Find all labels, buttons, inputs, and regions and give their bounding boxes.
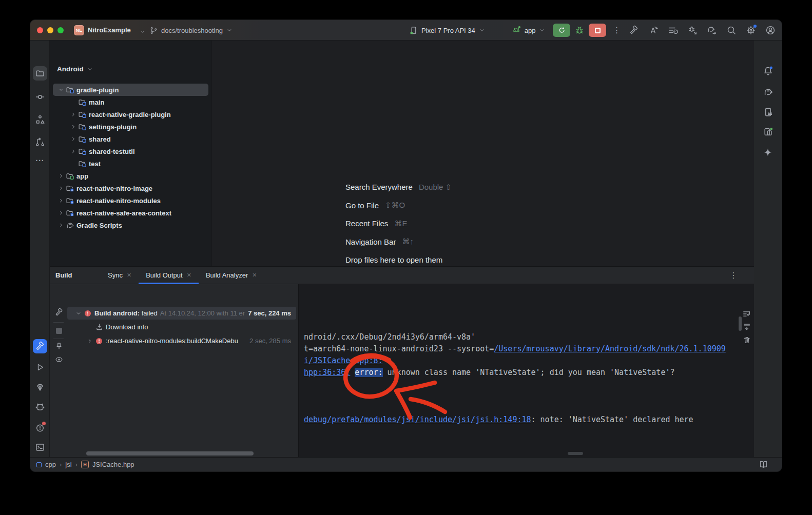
tab-build-analyzer[interactable]: Build Analyzer ✕ — [199, 267, 264, 284]
shortcut-hint-row: Search Everywhere Double ⇧ — [345, 182, 452, 192]
chevron-collapsed-icon[interactable] — [69, 123, 78, 130]
tree-item-shared[interactable]: shared — [53, 133, 208, 145]
toolwindow-running-devices-button[interactable] — [761, 124, 775, 138]
toolwindow-build-button[interactable] — [33, 339, 47, 353]
console-error-highlight: error: — [355, 368, 382, 377]
project-view-label: Android — [57, 65, 84, 73]
attach-debugger-button[interactable] — [687, 25, 698, 35]
tree-item-shared-testutil[interactable]: shared-testutil — [53, 145, 208, 157]
chevron-collapsed-icon[interactable] — [57, 185, 65, 192]
shortcut-hint-row: Go to File ⇧⌘O — [345, 200, 452, 211]
chevron-collapsed-icon[interactable] — [69, 111, 78, 118]
chevron-collapsed-icon[interactable] — [69, 135, 78, 143]
build-root-node[interactable]: Build android: failed At 14.10.24, 12:00… — [67, 307, 296, 320]
gradle-sync-button[interactable] — [707, 25, 717, 35]
device-selector[interactable]: Pixel 7 Pro API 34 — [409, 26, 486, 35]
chevron-collapsed-icon[interactable] — [86, 338, 94, 345]
toolwindow-pull-requests-button[interactable] — [33, 135, 47, 149]
rerun-build-button[interactable] — [53, 307, 65, 318]
tree-horizontal-scrollbar[interactable] — [86, 451, 254, 455]
console-file-link[interactable]: debug/prefab/modules/jsi/include/jsi/jsi… — [304, 415, 531, 424]
stop-button[interactable] — [589, 24, 606, 37]
tree-item-test[interactable]: test — [53, 157, 208, 170]
project-name[interactable]: NitroExample — [88, 26, 131, 34]
chevron-collapsed-icon[interactable] — [57, 197, 65, 204]
filter-view-button[interactable] — [53, 354, 65, 365]
tab-build-output[interactable]: Build Output ✕ — [139, 267, 199, 284]
console-file-link[interactable]: i/JSICache.cpp:8: — [304, 356, 383, 365]
toolwindow-structure-button[interactable] — [33, 112, 47, 127]
tree-item-react-native-gradle-plugin[interactable]: react-native-gradle-plugin — [53, 108, 208, 121]
chevron-expanded-icon[interactable] — [57, 86, 65, 93]
breadcrumb-separator-icon: › — [60, 461, 62, 468]
macos-minimize-button[interactable] — [47, 27, 53, 33]
pin-tab-button[interactable] — [53, 341, 65, 352]
soft-wrap-button[interactable] — [741, 308, 753, 320]
stop-build-button[interactable] — [53, 325, 65, 336]
close-icon[interactable]: ✕ — [127, 272, 131, 279]
apply-changes-button[interactable] — [648, 25, 659, 35]
run-more-kebab-icon[interactable]: ⋮ — [610, 24, 623, 37]
macos-close-button[interactable] — [37, 27, 43, 33]
rerun-button[interactable] — [553, 24, 570, 37]
tree-item-gradle-scripts[interactable]: Gradle Scripts — [53, 219, 208, 231]
build-project-button[interactable] — [629, 25, 639, 35]
toolwindow-device-manager-button[interactable] — [761, 105, 775, 119]
chevron-collapsed-icon[interactable] — [57, 172, 65, 180]
notifications-button[interactable] — [761, 64, 775, 78]
tab-sync[interactable]: Sync ✕ — [101, 267, 139, 284]
clear-output-button[interactable] — [741, 334, 753, 346]
project-view-chevron-down-icon — [86, 66, 93, 73]
toolwindow-app-quality-insights-button[interactable] — [33, 380, 47, 394]
project-view-selector[interactable]: Android — [57, 65, 93, 73]
pull-requests-icon — [35, 137, 45, 147]
search-everywhere-button[interactable] — [726, 25, 737, 35]
header-file-icon: H — [81, 461, 89, 468]
sync-history-button[interactable] — [668, 25, 678, 35]
tree-item-app[interactable]: app — [53, 170, 208, 182]
close-icon[interactable]: ✕ — [252, 272, 257, 279]
vcs-branch-widget[interactable]: docs/troubleshooting — [149, 25, 233, 35]
tree-item-label: main — [89, 98, 104, 106]
toolwindow-gemini-button[interactable] — [761, 145, 775, 160]
tree-item-settings-plugin[interactable]: settings-plugin — [53, 121, 208, 133]
tree-item-react-native-nitro-image[interactable]: react-native-nitro-image — [53, 182, 208, 194]
toolwindow-run-button[interactable] — [33, 360, 47, 374]
profile-button[interactable] — [765, 25, 776, 35]
toolwindow-gradle-button[interactable] — [761, 85, 775, 99]
tree-item-react-native-safe-area-context[interactable]: react-native-safe-area-context — [53, 207, 208, 219]
options-kebab-icon[interactable]: ⋮ — [727, 269, 740, 282]
project-chevron-down-icon[interactable] — [139, 28, 146, 35]
console-horizontal-scrollbar[interactable] — [568, 452, 583, 455]
debug-button[interactable] — [574, 25, 585, 35]
chevron-collapsed-icon[interactable] — [57, 209, 65, 216]
build-node-cmake-task[interactable]: :react-native-nitro-modules:buildCMakeDe… — [67, 334, 296, 347]
tree-item-main[interactable]: main — [53, 96, 208, 108]
close-icon[interactable]: ✕ — [187, 272, 191, 279]
tree-item-gradle-plugin[interactable]: gradle-plugin — [53, 84, 208, 96]
build-node-download-info[interactable]: Download info — [67, 321, 296, 333]
device-manager-icon — [763, 107, 774, 117]
reader-mode-button[interactable] — [759, 460, 768, 469]
toolwindow-project-button[interactable] — [33, 66, 47, 81]
breadcrumb-module[interactable]: cpp — [45, 461, 56, 468]
tree-item-react-native-nitro-modules[interactable]: react-native-nitro-modules — [53, 194, 208, 207]
breadcrumb-directory[interactable]: jsi — [65, 461, 71, 468]
run-config-selector[interactable]: app — [511, 25, 546, 35]
scroll-to-end-button[interactable] — [741, 321, 753, 333]
settings-button[interactable] — [746, 25, 756, 35]
chevron-collapsed-icon[interactable] — [69, 148, 78, 155]
console-file-link[interactable]: /Users/mrousavy/Library/Android/sdk/ndk/… — [494, 344, 726, 353]
error-icon — [94, 337, 104, 345]
chevron-collapsed-icon[interactable] — [57, 222, 65, 229]
console-vertical-scrollbar[interactable] — [739, 316, 742, 331]
console-file-link[interactable]: hpp:36:36: — [304, 368, 350, 377]
chevron-expanded-icon[interactable] — [74, 310, 83, 317]
toolwindow-commit-button[interactable] — [33, 90, 47, 104]
toolwindow-logcat-button[interactable] — [33, 400, 47, 414]
breadcrumb-file[interactable]: JSICache.hpp — [92, 461, 134, 468]
toolwindow-terminal-button[interactable] — [33, 440, 47, 454]
toolwindow-problems-button[interactable] — [33, 421, 47, 435]
macos-zoom-button[interactable] — [57, 27, 64, 33]
toolwindow-more-button[interactable]: ··· — [33, 153, 47, 168]
